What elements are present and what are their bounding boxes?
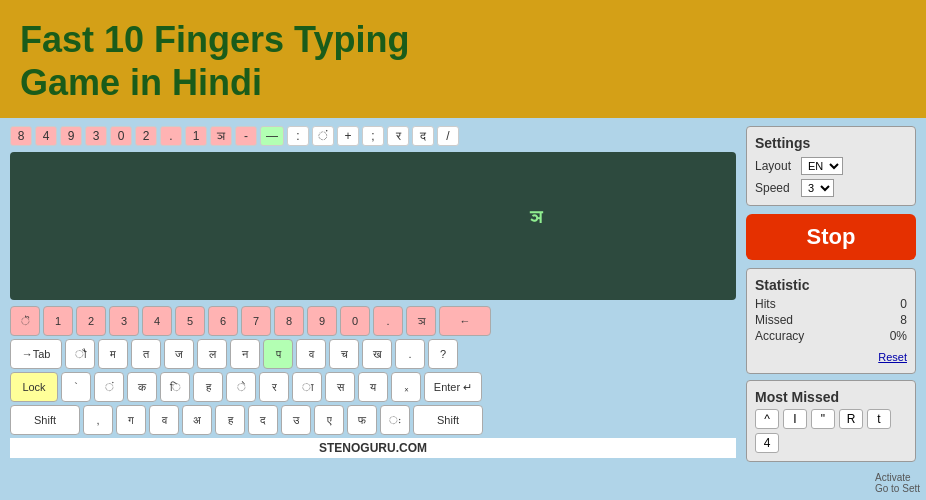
missed-keys-container: ^I"Rt4 <box>755 409 907 453</box>
char-key[interactable]: ं <box>312 126 334 146</box>
kb-key[interactable]: व <box>296 339 326 369</box>
kb-key[interactable]: उ <box>281 405 311 435</box>
kb-key[interactable]: ञ <box>406 306 436 336</box>
kb-key[interactable]: . <box>395 339 425 369</box>
kb-key[interactable]: . <box>373 306 403 336</box>
kb-key[interactable]: 7 <box>241 306 271 336</box>
stop-button[interactable]: Stop <box>746 214 916 260</box>
kb-key[interactable]: 1 <box>43 306 73 336</box>
kb-key[interactable]: ि <box>160 372 190 402</box>
kb-key[interactable]: ल <box>197 339 227 369</box>
char-key[interactable]: 4 <box>35 126 57 146</box>
kb-key[interactable]: य <box>358 372 388 402</box>
kb-key[interactable]: 4 <box>142 306 172 336</box>
kb-key[interactable]: 3 <box>109 306 139 336</box>
accuracy-value: 0% <box>890 329 907 343</box>
typing-area: ञप <box>10 152 736 300</box>
right-panel: Settings Layout EN HI Speed 12345 Stop S… <box>746 126 916 462</box>
kb-key[interactable]: 6 <box>208 306 238 336</box>
missed-key: R <box>839 409 863 429</box>
kb-key[interactable]: त <box>131 339 161 369</box>
kb-key[interactable]: 2 <box>76 306 106 336</box>
keyboard-row: ॆ1234567890.ञ← <box>10 306 736 336</box>
kb-key[interactable]: व <box>149 405 179 435</box>
kb-key[interactable]: 0 <box>340 306 370 336</box>
kb-key[interactable]: न <box>230 339 260 369</box>
kb-key[interactable]: ज <box>164 339 194 369</box>
kb-key[interactable]: Shift <box>10 405 80 435</box>
missed-value: 8 <box>900 313 907 327</box>
char-key[interactable]: ; <box>362 126 384 146</box>
char-key[interactable]: द <box>412 126 434 146</box>
kb-key[interactable]: स <box>325 372 355 402</box>
accuracy-label: Accuracy <box>755 329 804 343</box>
char-key[interactable]: 1 <box>185 126 207 146</box>
kb-key[interactable]: Lock <box>10 372 58 402</box>
char-key[interactable]: — <box>260 126 284 146</box>
speed-select[interactable]: 12345 <box>801 179 834 197</box>
kb-key[interactable]: ौ <box>65 339 95 369</box>
kb-key[interactable]: 8 <box>274 306 304 336</box>
char-key[interactable]: 9 <box>60 126 82 146</box>
activate-notice: Activate Go to Sett <box>875 472 920 494</box>
keyboard: ॆ1234567890.ञ←→Tabौमतजलनपवचख.?Lock`ंकिहे… <box>10 306 736 435</box>
kb-key[interactable]: ए <box>314 405 344 435</box>
kb-key[interactable]: अ <box>182 405 212 435</box>
char-key[interactable]: 2 <box>135 126 157 146</box>
kb-key[interactable]: द <box>248 405 278 435</box>
settings-box: Settings Layout EN HI Speed 12345 <box>746 126 916 206</box>
kb-key[interactable]: े <box>226 372 256 402</box>
kb-key[interactable]: ः <box>380 405 410 435</box>
missed-key: " <box>811 409 835 429</box>
kb-key[interactable]: ख <box>362 339 392 369</box>
kb-key[interactable]: →Tab <box>10 339 62 369</box>
most-missed-title: Most Missed <box>755 389 907 405</box>
char-key[interactable]: + <box>337 126 359 146</box>
reset-link[interactable]: Reset <box>878 351 907 363</box>
kb-key[interactable]: म <box>98 339 128 369</box>
char-key[interactable]: र <box>387 126 409 146</box>
kb-key[interactable]: ₓ <box>391 372 421 402</box>
kb-key[interactable]: ? <box>428 339 458 369</box>
kb-key[interactable]: 5 <box>175 306 205 336</box>
layout-label: Layout <box>755 159 795 173</box>
statistic-title: Statistic <box>755 277 907 293</box>
kb-key[interactable]: र <box>259 372 289 402</box>
char-key[interactable]: ञ <box>210 126 232 146</box>
keyboard-row: Shift,गवअहदउएफःShift <box>10 405 736 435</box>
kb-key[interactable]: ` <box>61 372 91 402</box>
kb-key[interactable]: च <box>329 339 359 369</box>
missed-label: Missed <box>755 313 793 327</box>
char-key[interactable]: . <box>160 126 182 146</box>
char-key[interactable]: : <box>287 126 309 146</box>
statistic-box: Statistic Hits 0 Missed 8 Accuracy 0% Re… <box>746 268 916 374</box>
kb-key[interactable]: ा <box>292 372 322 402</box>
kb-key[interactable]: फ <box>347 405 377 435</box>
kb-key[interactable]: ं <box>94 372 124 402</box>
kb-key[interactable]: क <box>127 372 157 402</box>
missed-key: I <box>783 409 807 429</box>
char-key[interactable]: - <box>235 126 257 146</box>
kb-key[interactable]: ग <box>116 405 146 435</box>
speed-label: Speed <box>755 181 795 195</box>
keyboard-row: Lock`ंकिहेरासयₓEnter ↵ <box>10 372 736 402</box>
kb-key[interactable]: Shift <box>413 405 483 435</box>
char-key[interactable]: 3 <box>85 126 107 146</box>
kb-key[interactable]: ॆ <box>10 306 40 336</box>
left-panel: 849302.1ञ-—:ं+;रद/ ञप ॆ1234567890.ञ←→Tab… <box>10 126 736 462</box>
layout-select[interactable]: EN HI <box>801 157 843 175</box>
kb-key[interactable]: ह <box>193 372 223 402</box>
kb-key[interactable]: 9 <box>307 306 337 336</box>
kb-key[interactable]: ← <box>439 306 491 336</box>
kb-key[interactable]: ह <box>215 405 245 435</box>
kb-key[interactable]: , <box>83 405 113 435</box>
kb-key[interactable]: Enter ↵ <box>424 372 482 402</box>
kb-key[interactable]: प <box>263 339 293 369</box>
most-missed-box: Most Missed ^I"Rt4 <box>746 380 916 462</box>
missed-key: ^ <box>755 409 779 429</box>
hits-label: Hits <box>755 297 776 311</box>
header: Fast 10 Fingers Typing Game in Hindi <box>0 0 926 118</box>
char-key[interactable]: 8 <box>10 126 32 146</box>
char-key[interactable]: 0 <box>110 126 132 146</box>
char-key[interactable]: / <box>437 126 459 146</box>
